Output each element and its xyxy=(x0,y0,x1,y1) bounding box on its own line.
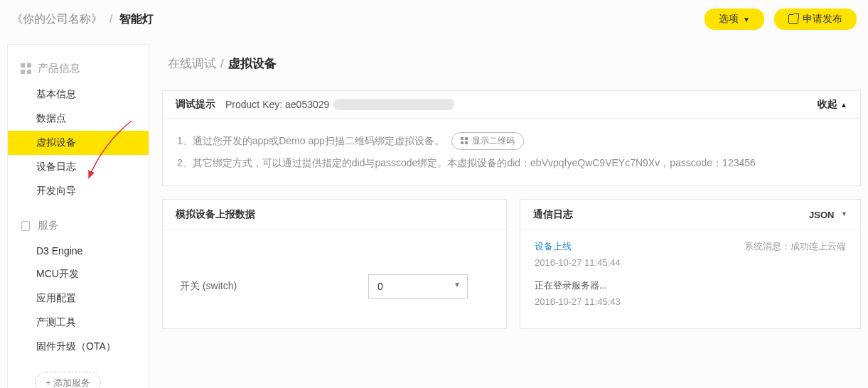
show-qr-button[interactable]: 显示二维码 xyxy=(451,132,524,150)
collapse-label: 收起 xyxy=(818,98,837,111)
product-key-label: Product Key: ae053029 xyxy=(225,99,329,110)
product-key-masked xyxy=(333,99,454,110)
sidebar-item-device-log[interactable]: 设备日志 xyxy=(8,155,149,179)
chevron-down-icon: ▼ xyxy=(743,16,750,23)
qr-icon xyxy=(461,137,468,144)
collapse-button[interactable]: 收起 ▲ xyxy=(818,98,847,111)
page-title-parent: 在线调试 xyxy=(168,55,216,72)
breadcrumb-current: 智能灯 xyxy=(119,12,154,27)
breadcrumb: 《你的公司名称》 / 智能灯 xyxy=(11,12,154,27)
sidebar-item-dev-guide[interactable]: 开发向导 xyxy=(8,179,149,203)
sidebar-item-app-config[interactable]: 应用配置 xyxy=(8,286,149,311)
add-service-button[interactable]: + 添加服务 xyxy=(35,372,101,388)
external-link-icon xyxy=(788,14,798,24)
page-title-current: 虚拟设备 xyxy=(228,55,277,72)
sidebar-group-product-label: 产品信息 xyxy=(38,62,80,75)
publish-label: 申请发布 xyxy=(803,13,842,26)
switch-field-label: 开关 (switch) xyxy=(180,280,237,293)
tip-line-2: 2、其它绑定方式，可以通过提供指定的did与passcode绑定。本虚拟设备的d… xyxy=(177,152,846,174)
grid-icon xyxy=(21,63,32,75)
log-system-message: 系统消息：成功连上云端 xyxy=(744,240,846,253)
log-timestamp: 2016-10-27 11:45:44 xyxy=(535,257,846,268)
log-message: 正在登录服务器... xyxy=(535,279,846,292)
log-timestamp: 2016-10-27 11:45:43 xyxy=(535,296,846,307)
sidebar-group-service-label: 服务 xyxy=(38,219,59,232)
sidebar-item-mcu-dev[interactable]: MCU开发 xyxy=(8,262,149,286)
show-qr-label: 显示二维码 xyxy=(472,135,515,147)
breadcrumb-company[interactable]: 《你的公司名称》 xyxy=(11,12,102,27)
service-icon xyxy=(21,220,32,232)
log-format-select[interactable]: JSON xyxy=(809,210,847,220)
simulate-panel: 模拟设备上报数据 开关 (switch) 01 xyxy=(162,199,507,329)
sidebar-item-basic-info[interactable]: 基本信息 xyxy=(8,82,149,107)
page-title: 在线调试 / 虚拟设备 xyxy=(162,44,861,77)
chevron-up-icon: ▲ xyxy=(840,101,847,109)
publish-button[interactable]: 申请发布 xyxy=(774,9,857,30)
sidebar-item-ota[interactable]: 固件升级（OTA） xyxy=(8,335,149,359)
sidebar-group-product: 产品信息 xyxy=(8,58,149,82)
switch-select[interactable]: 01 xyxy=(368,274,468,298)
options-button[interactable]: 选项 ▼ xyxy=(704,9,764,30)
options-label: 选项 xyxy=(719,13,739,26)
sidebar-item-d3-engine[interactable]: D3 Engine xyxy=(8,239,149,262)
log-event-link[interactable]: 设备上线 xyxy=(535,240,572,253)
sidebar-item-production-tool[interactable]: 产测工具 xyxy=(8,311,149,335)
tip-title: 调试提示 xyxy=(176,98,215,111)
sidebar-group-service: 服务 xyxy=(8,215,149,239)
sidebar: 产品信息 基本信息 数据点 虚拟设备 设备日志 开发向导 服务 D3 Engin… xyxy=(7,44,149,388)
log-panel: 通信日志 JSON 设备上线 系统消息：成功连上云端 2016-10-27 11… xyxy=(520,199,861,329)
page-title-sep: / xyxy=(220,57,224,71)
simulate-title: 模拟设备上报数据 xyxy=(176,208,255,221)
breadcrumb-sep: / xyxy=(109,13,112,26)
debug-tip-panel: 调试提示 Product Key: ae053029 收起 ▲ 1、通过您开发的… xyxy=(162,90,861,186)
sidebar-item-virtual-device[interactable]: 虚拟设备 xyxy=(8,131,149,155)
log-title: 通信日志 xyxy=(533,208,573,221)
tip-line-1: 1、通过您开发的app或Demo app扫描二维码绑定虚拟设备。 xyxy=(177,130,444,152)
sidebar-item-data-points[interactable]: 数据点 xyxy=(8,107,149,131)
